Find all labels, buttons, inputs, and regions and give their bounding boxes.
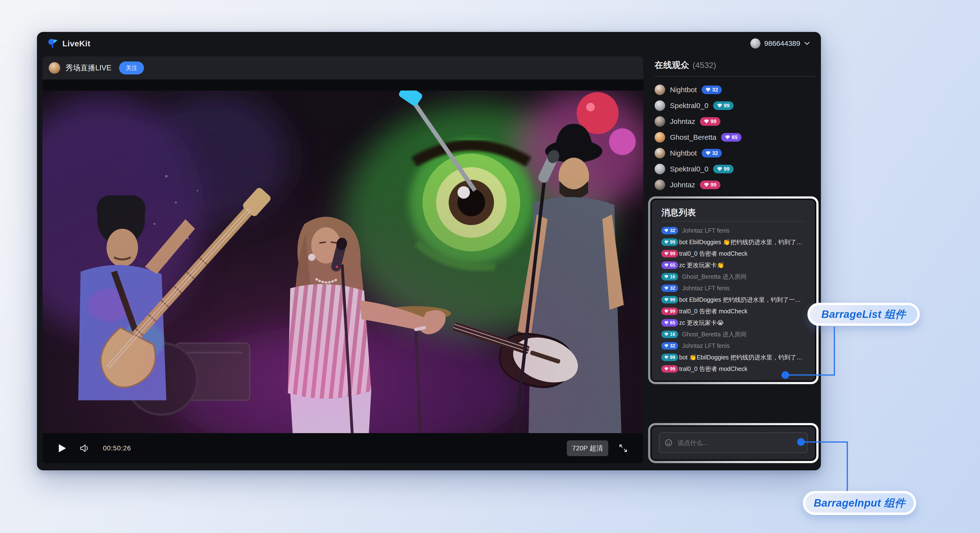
viewer-badge: 99	[713, 165, 733, 173]
side-panel: 在线观众 (4532) Nightbot 32 Spektral0_0	[648, 56, 819, 463]
gem-icon	[725, 135, 730, 139]
player-panel: 秀场直播LIVE 关注	[43, 56, 643, 463]
message-badge: 32	[661, 227, 678, 234]
app-window: LiveKit 986644389 秀场直播LIVE 关注	[37, 32, 821, 470]
gem-icon	[705, 88, 711, 92]
viewer-name: Johntaz	[670, 117, 695, 126]
message-text: bot EbilDoggies 把钓线扔进水里，钓到了一条鳕鱼😊	[679, 296, 805, 304]
fullscreen-icon[interactable]	[619, 444, 627, 453]
message-row: 16 Ghost_Beretta 进入房间	[661, 329, 805, 340]
message-list[interactable]: 32 Johntaz LFT fenis 99 bot EbilDoggies …	[661, 225, 805, 374]
gem-icon	[664, 275, 668, 279]
message-row: 99 tral0_0 告密者 modCheck	[661, 248, 805, 260]
user-id: 986644389	[764, 39, 800, 48]
badge-number: 99	[670, 354, 675, 360]
badge-number: 99	[670, 239, 675, 245]
viewer-row[interactable]: Spektral0_0 99	[655, 161, 816, 177]
viewer-row[interactable]: Johntaz 99	[655, 113, 816, 129]
viewer-row[interactable]: Spektral0_0 99	[655, 98, 816, 113]
badge-number: 65	[670, 262, 675, 268]
user-menu[interactable]: 986644389	[750, 38, 810, 48]
viewer-name: Johntaz	[670, 181, 695, 189]
volume-button[interactable]	[80, 444, 89, 452]
divider	[661, 221, 805, 222]
message-row: 65 zc 更改玩家卡😭	[661, 317, 805, 329]
badge-number: 99	[711, 182, 716, 188]
play-button[interactable]	[58, 444, 67, 453]
viewer-avatar	[655, 132, 665, 143]
quality-button[interactable]: 720P 超清	[567, 440, 608, 456]
viewer-name: Spektral0_0	[670, 102, 708, 110]
viewer-list[interactable]: Nightbot 32 Spektral0_0 99 Johntaz	[655, 82, 816, 193]
viewer-row[interactable]: Nightbot 32	[655, 145, 816, 161]
callout-barrage-input: BarrageInput 组件	[803, 491, 916, 515]
message-text: tral0_0 告密者 modCheck	[679, 365, 748, 373]
message-text: Ghost_Beretta 进入房间	[682, 273, 746, 281]
message-row: 99 bot EbilDoggies 把钓线扔进水里，钓到了一条鳕鱼😊	[661, 294, 805, 306]
barrage-input[interactable]	[659, 432, 808, 453]
callout-barrage-input-label: BarrageInput 组件	[814, 496, 905, 510]
message-badge: 99	[661, 238, 678, 246]
message-text: Johntaz LFT fenis	[682, 227, 729, 234]
message-row: 99 tral0_0 告密者 modCheck	[661, 306, 805, 317]
top-bar: LiveKit 986644389	[37, 32, 821, 55]
message-text: Ghost_Beretta 进入房间	[682, 330, 746, 338]
message-row: 16 Ghost_Beretta 进入房间	[661, 271, 805, 282]
messages-title: 消息列表	[661, 207, 696, 219]
viewer-badge: 99	[700, 180, 720, 189]
message-text: tral0_0 告密者 modCheck	[679, 250, 748, 258]
barrage-input-component	[648, 423, 819, 463]
viewer-avatar	[655, 85, 665, 95]
barrage-list-component: 消息列表 32 Johntaz LFT fenis 99 bot EbilDog…	[648, 196, 819, 384]
callout-barrage-list: BarrageList 组件	[807, 303, 920, 326]
logo-text: LiveKit	[62, 39, 91, 48]
gem-icon	[664, 286, 668, 290]
gem-icon	[664, 229, 668, 232]
smiley-icon[interactable]	[665, 439, 672, 447]
video-scene	[43, 91, 643, 433]
page-background: LiveKit 986644389 秀场直播LIVE 关注	[0, 0, 980, 533]
badge-number: 32	[670, 286, 675, 291]
message-badge: 99	[661, 365, 678, 373]
message-row: 99 bot EbilDoggies 👏把钓线扔进水里，钓到了一条鳕鱼！	[661, 236, 805, 248]
viewer-name: Nightbot	[670, 86, 697, 94]
message-row: 32 Johntaz LFT fenis	[661, 225, 805, 236]
viewer-name: Nightbot	[670, 149, 697, 157]
playback-time: 00:50:26	[103, 444, 131, 452]
badge-number: 16	[670, 332, 675, 337]
message-text: Johntaz LFT fenis	[682, 342, 729, 349]
badge-number: 99	[670, 366, 675, 372]
message-badge: 99	[661, 250, 678, 257]
gem-icon	[705, 151, 711, 155]
callout-barrage-list-label: BarrageList 组件	[821, 307, 906, 321]
badge-number: 99	[670, 251, 675, 257]
follow-button[interactable]: 关注	[119, 61, 144, 74]
gem-icon	[664, 310, 668, 313]
viewer-badge: 99	[713, 101, 733, 110]
gem-icon	[664, 298, 668, 302]
badge-number: 32	[712, 150, 718, 156]
user-avatar	[750, 38, 760, 48]
badge-number: 65	[670, 320, 675, 326]
gem-icon	[717, 167, 722, 171]
gem-icon	[664, 252, 668, 255]
viewer-row[interactable]: Ghost_Beretta 65	[655, 129, 816, 145]
message-text: zc 更改玩家卡👏	[679, 261, 724, 269]
viewer-badge: 32	[702, 86, 722, 94]
streamer-avatar[interactable]	[49, 62, 60, 74]
livekit-logo[interactable]: LiveKit	[48, 38, 91, 49]
message-badge: 65	[661, 262, 678, 269]
badge-number: 32	[670, 228, 675, 233]
chevron-down-icon	[804, 41, 810, 45]
gem-icon	[664, 367, 668, 371]
video-frame[interactable]	[43, 91, 643, 433]
viewer-row[interactable]: Nightbot 32	[655, 82, 816, 98]
viewer-row[interactable]: Johntaz 99	[655, 177, 816, 193]
viewer-avatar	[655, 101, 665, 111]
badge-number: 32	[712, 87, 718, 93]
viewer-avatar	[655, 116, 665, 127]
viewer-badge: 99	[700, 117, 720, 126]
badge-number: 65	[732, 134, 737, 140]
message-list-panel: 消息列表 32 Johntaz LFT fenis 99 bot EbilDog…	[652, 200, 815, 381]
message-row: 32 Johntaz LFT fenis	[661, 340, 805, 352]
